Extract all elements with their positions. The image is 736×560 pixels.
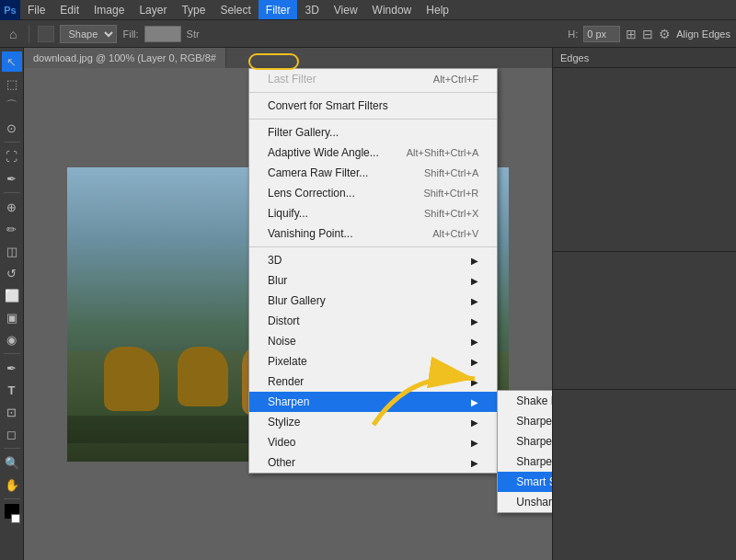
settings-icon: ⚙ — [659, 27, 671, 41]
menu-item-lens-correction[interactable]: Lens Correction... Shift+Ctrl+R — [249, 183, 497, 203]
panel-title: Edges — [560, 52, 589, 63]
tool-shape[interactable]: ◻ — [2, 424, 22, 444]
menu-window[interactable]: Window — [365, 0, 420, 19]
menu-edit[interactable]: Edit — [52, 0, 86, 19]
tool-lasso[interactable]: ⌒ — [2, 96, 22, 116]
menu-item-liquify[interactable]: Liquify... Shift+Ctrl+X — [249, 203, 497, 223]
tool-zoom[interactable]: 🔍 — [2, 452, 22, 473]
stroke-label: Str — [187, 29, 200, 40]
tool-dodge[interactable]: ◉ — [2, 329, 22, 349]
shape-select[interactable]: Shape — [60, 25, 117, 43]
main-area: ↖ ⬚ ⌒ ⊙ ⛶ ✒ ⊕ ✏ ◫ ↺ ⬜ ▣ ◉ ✒ T ⊡ ◻ 🔍 ✋ do… — [0, 48, 736, 560]
menu-item-distort[interactable]: Distort ▶ — [249, 311, 497, 331]
menu-layer[interactable]: Layer — [132, 0, 174, 19]
sharpen-submenu: Shake Reduction... Sharpen Sharpen Edges… — [497, 390, 552, 513]
menu-item-stylize[interactable]: Stylize ▶ — [249, 412, 497, 432]
menu-item-filter-gallery[interactable]: Filter Gallery... — [249, 122, 497, 143]
submenu-sharpen[interactable]: Sharpen — [498, 411, 552, 431]
submenu-sharpen-edges[interactable]: Sharpen Edges — [498, 431, 552, 451]
menu-item-adaptive-wide[interactable]: Adaptive Wide Angle... Alt+Shift+Ctrl+A — [249, 143, 497, 163]
submenu-unsharp-mask[interactable]: Unsharp Mask... — [498, 492, 552, 512]
menu-sep-2 — [249, 119, 497, 120]
tool-marquee[interactable]: ⬚ — [2, 74, 22, 94]
menu-item-other[interactable]: Other ▶ — [249, 452, 497, 473]
h-label: H: — [568, 29, 578, 40]
tool-history[interactable]: ↺ — [2, 263, 22, 283]
tool-clone[interactable]: ◫ — [2, 241, 22, 261]
tool-eraser[interactable]: ⬜ — [2, 285, 22, 305]
options-right: H: ⊞ ⊟ ⚙ Align Edges — [568, 26, 730, 42]
toolbar: ↖ ⬚ ⌒ ⊙ ⛶ ✒ ⊕ ✏ ◫ ↺ ⬜ ▣ ◉ ✒ T ⊡ ◻ 🔍 ✋ — [0, 48, 24, 560]
background-color[interactable] — [11, 514, 20, 523]
canvas-area: download.jpg @ 100% (Layer 0, RGB/8# — [24, 48, 552, 560]
panel-layers — [553, 252, 736, 390]
submenu-shake-reduction[interactable]: Shake Reduction... — [498, 391, 552, 411]
tool-eyedropper[interactable]: ✒ — [2, 168, 22, 189]
home-icon[interactable]: ⌂ — [6, 25, 20, 43]
tool-type[interactable]: T — [2, 380, 22, 400]
menu-item-convert-smart[interactable]: Convert for Smart Filters — [249, 96, 497, 116]
ps-logo: Ps — [0, 0, 20, 20]
menu-view[interactable]: View — [327, 0, 365, 19]
tool-quick-select[interactable]: ⊙ — [2, 118, 22, 138]
distribute-icon: ⊟ — [642, 27, 653, 41]
tool-path-select[interactable]: ⊡ — [2, 402, 22, 422]
menu-sep-1 — [249, 92, 497, 93]
submenu-sharpen-more[interactable]: Sharpen More — [498, 451, 552, 472]
tool-move[interactable]: ↖ — [2, 51, 22, 72]
menu-item-vanishing-point[interactable]: Vanishing Point... Alt+Ctrl+V — [249, 223, 497, 244]
menu-filter[interactable]: Filter — [259, 0, 298, 19]
tab-bar: download.jpg @ 100% (Layer 0, RGB/8# — [24, 48, 552, 68]
tool-heal[interactable]: ⊕ — [2, 197, 22, 217]
menu-item-video[interactable]: Video ▶ — [249, 432, 497, 452]
menu-image[interactable]: Image — [86, 0, 132, 19]
options-bar: ⌂ Shape Fill: Str H: ⊞ ⊟ ⚙ Align Edges — [0, 20, 736, 48]
tool-hand[interactable]: ✋ — [2, 474, 22, 495]
menu-item-blur-gallery[interactable]: Blur Gallery ▶ — [249, 291, 497, 311]
menu-type[interactable]: Type — [174, 0, 213, 19]
document-tab[interactable]: download.jpg @ 100% (Layer 0, RGB/8# — [24, 48, 226, 68]
menu-file[interactable]: File — [20, 0, 52, 19]
menu-item-pixelate[interactable]: Pixelate ▶ — [249, 351, 497, 371]
tool-gradient[interactable]: ▣ — [2, 307, 22, 327]
right-panel: Edges — [552, 48, 736, 560]
menu-sep-3 — [249, 246, 497, 247]
menu-help[interactable]: Help — [419, 0, 456, 19]
tool-pen[interactable]: ✒ — [2, 358, 22, 378]
fill-label: Fill: — [122, 29, 138, 40]
menu-item-last-filter[interactable]: Last Filter Alt+Ctrl+F — [249, 69, 497, 89]
tool-brush[interactable]: ✏ — [2, 219, 22, 239]
align-edges-label: Align Edges — [676, 29, 730, 40]
menu-item-3d[interactable]: 3D ▶ — [249, 250, 497, 270]
panel-header: Edges — [553, 48, 736, 68]
menu-item-render[interactable]: Render ▶ — [249, 371, 497, 392]
menu-item-camera-raw[interactable]: Camera Raw Filter... Shift+Ctrl+A — [249, 163, 497, 183]
menu-item-blur[interactable]: Blur ▶ — [249, 270, 497, 291]
shape-preview — [38, 26, 54, 42]
filter-menu: Last Filter Alt+Ctrl+F Convert for Smart… — [248, 68, 498, 474]
menu-select[interactable]: Select — [213, 0, 258, 19]
align-icon: ⊞ — [626, 27, 637, 41]
menu-item-noise[interactable]: Noise ▶ — [249, 331, 497, 351]
submenu-smart-sharpen[interactable]: Smart Sharpen... — [498, 472, 552, 492]
tool-crop[interactable]: ⛶ — [2, 146, 22, 166]
h-input[interactable] — [583, 26, 620, 42]
panel-content — [553, 68, 736, 252]
menu-item-sharpen[interactable]: Sharpen ▶ Shake Reduction... Sharpen Sha… — [249, 392, 497, 412]
menu-3d[interactable]: 3D — [297, 0, 326, 19]
fill-color[interactable] — [144, 26, 181, 42]
menu-bar: Ps File Edit Image Layer Type Select Fil… — [0, 0, 736, 20]
